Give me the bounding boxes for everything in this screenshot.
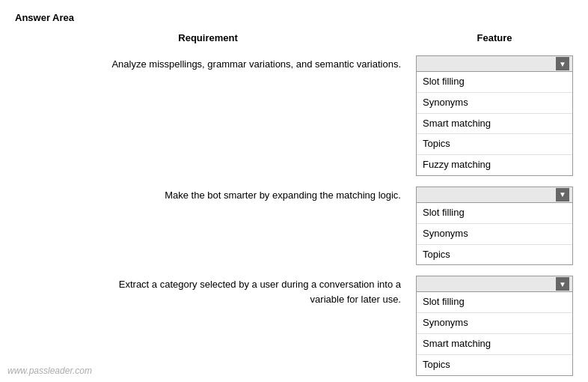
dropdown-option[interactable]: Synonyms — [417, 224, 572, 245]
dropdown-header-2[interactable]: ▼ — [416, 187, 573, 203]
dropdown-options-1: Slot fillingSynonymsSmart matchingTopics… — [416, 72, 573, 176]
dropdown-1: ▼ Slot fillingSynonymsSmart matchingTopi… — [416, 55, 573, 176]
row-1: Analyze misspellings, grammar variations… — [15, 55, 573, 176]
dropdown-3: ▼ Slot fillingSynonymsSmart matchingTopi… — [416, 276, 573, 375]
answer-area-title: Answer Area — [15, 12, 573, 23]
dropdown-option[interactable]: Synonyms — [417, 93, 572, 114]
dropdown-option[interactable]: Fuzzy matching — [417, 155, 572, 175]
dropdown-option[interactable]: Slot filling — [417, 292, 572, 313]
dropdown-options-3: Slot fillingSynonymsSmart matchingTopics — [416, 292, 573, 375]
dropdown-option[interactable]: Topics — [417, 134, 572, 155]
feature-header: Feature — [416, 32, 573, 43]
dropdown-arrow-1[interactable]: ▼ — [556, 57, 569, 70]
row-3: Extract a category selected by a user du… — [15, 276, 573, 375]
row-2: Make the bot smarter by expanding the ma… — [15, 187, 573, 265]
requirement-text-3: Extract a category selected by a user du… — [15, 276, 416, 306]
dropdown-option[interactable]: Topics — [417, 245, 572, 265]
dropdown-option[interactable]: Topics — [417, 355, 572, 375]
dropdown-arrow-2[interactable]: ▼ — [556, 188, 569, 201]
requirement-header: Requirement — [15, 32, 416, 43]
dropdown-option[interactable]: Synonyms — [417, 313, 572, 334]
requirement-text-1: Analyze misspellings, grammar variations… — [15, 55, 416, 72]
dropdown-option[interactable]: Slot filling — [417, 72, 572, 93]
watermark: www.passleader.com — [7, 366, 92, 376]
requirement-text-2: Make the bot smarter by expanding the ma… — [15, 187, 416, 203]
dropdown-header-3[interactable]: ▼ — [416, 276, 573, 292]
dropdown-options-2: Slot fillingSynonymsTopics — [416, 203, 573, 265]
dropdown-option[interactable]: Smart matching — [417, 334, 572, 355]
dropdown-header-1[interactable]: ▼ — [416, 55, 573, 72]
dropdown-option[interactable]: Smart matching — [417, 114, 572, 135]
dropdown-option[interactable]: Slot filling — [417, 203, 572, 224]
dropdown-arrow-3[interactable]: ▼ — [556, 277, 569, 291]
dropdown-2: ▼ Slot fillingSynonymsTopics — [416, 187, 573, 265]
